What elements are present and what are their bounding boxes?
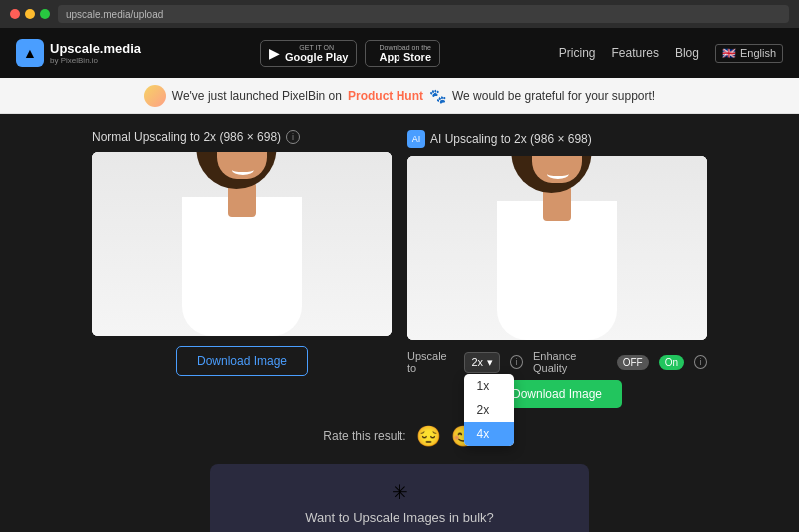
normal-upscale-panel: Normal Upscaling to 2x (986 × 698) i Dow… <box>92 130 392 408</box>
banner-avatar <box>144 85 166 107</box>
enhance-label: Enhance Quality <box>533 350 607 374</box>
chevron-down-icon: ▾ <box>487 356 493 369</box>
lang-text: English <box>740 47 776 59</box>
announcement-banner: We've just launched PixelBin on Product … <box>0 78 799 114</box>
upscale-info-icon[interactable]: i <box>510 355 523 369</box>
paw-icon: 🐾 <box>429 88 446 104</box>
upscale-value: 2x <box>471 356 483 368</box>
banner-text-prefix: We've just launched PixelBin on <box>172 89 342 103</box>
option-2x[interactable]: 2x <box>464 398 514 422</box>
normal-info-icon[interactable]: i <box>286 130 300 144</box>
normal-image-box <box>92 152 392 336</box>
toggle-off[interactable]: OFF <box>617 355 649 370</box>
ai-image <box>407 156 707 340</box>
google-play-small: GET IT ON <box>285 44 349 51</box>
minimize-dot[interactable] <box>25 9 35 19</box>
logo-sub: by PixelBin.io <box>50 56 141 65</box>
logo-text-area: Upscale.media by PixelBin.io <box>50 41 141 65</box>
cta-title: Want to Upscale Images in bulk? <box>230 510 569 525</box>
product-hunt-link[interactable]: Product Hunt <box>348 89 423 103</box>
google-play-button[interactable]: ▶ GET IT ON Google Play <box>260 40 358 67</box>
flag-icon: 🇬🇧 <box>722 47 736 60</box>
blog-link[interactable]: Blog <box>675 46 699 60</box>
logo-area[interactable]: ▲ Upscale.media by PixelBin.io <box>16 39 141 67</box>
ai-upscale-panel: AI AI Upscaling to 2x (986 × 698) Upscal… <box>407 130 707 408</box>
rating-row: Rate this result: 😔 😊 <box>16 424 783 448</box>
cta-icon: ✳ <box>230 480 569 504</box>
banner-text-suffix: We would be grateful for your support! <box>452 89 655 103</box>
language-selector[interactable]: 🇬🇧 English <box>715 44 783 63</box>
normal-download-area: Download Image <box>92 346 392 376</box>
normal-image <box>92 152 392 336</box>
logo-main: Upscale.media <box>50 41 141 56</box>
window-controls <box>10 9 50 19</box>
upscale-label: Upscale to <box>407 350 454 374</box>
nav-right: Pricing Features Blog 🇬🇧 English <box>559 44 783 63</box>
close-dot[interactable] <box>10 9 20 19</box>
app-store-small: Download on the <box>379 44 431 51</box>
cta-banner: ✳ Want to Upscale Images in bulk? Get Ea… <box>210 464 589 532</box>
option-4x[interactable]: 4x <box>464 422 514 446</box>
comparison-area: Normal Upscaling to 2x (986 × 698) i Dow… <box>16 130 783 408</box>
logo-icon: ▲ <box>16 39 44 67</box>
maximize-dot[interactable] <box>40 9 50 19</box>
pricing-link[interactable]: Pricing <box>559 46 596 60</box>
main-content: Normal Upscaling to 2x (986 × 698) i Dow… <box>0 114 799 532</box>
app-store-name: App Store <box>379 51 431 63</box>
ai-download-area: Download Image <box>407 380 707 408</box>
upscale-select-wrapper: 2x ▾ 1x 2x 4x <box>464 352 500 373</box>
upscale-select[interactable]: 2x ▾ <box>464 352 500 373</box>
nav-center: ▶ GET IT ON Google Play Download on the … <box>260 40 440 67</box>
url-text: upscale.media/upload <box>66 9 163 20</box>
enhance-info-icon[interactable]: i <box>694 355 707 369</box>
app-store-button[interactable]: Download on the App Store <box>365 40 440 67</box>
normal-download-button[interactable]: Download Image <box>176 346 308 376</box>
google-play-name: Google Play <box>285 51 349 63</box>
ai-panel-title: AI AI Upscaling to 2x (986 × 698) <box>407 130 707 148</box>
url-bar[interactable]: upscale.media/upload <box>58 5 789 23</box>
google-play-icon: ▶ <box>269 45 280 61</box>
browser-bar: upscale.media/upload <box>0 0 799 28</box>
rating-label: Rate this result: <box>323 429 405 443</box>
normal-panel-title: Normal Upscaling to 2x (986 × 698) i <box>92 130 392 144</box>
features-link[interactable]: Features <box>612 46 659 60</box>
option-1x[interactable]: 1x <box>464 374 514 398</box>
navbar: ▲ Upscale.media by PixelBin.io ▶ GET IT … <box>0 28 799 78</box>
upscale-dropdown: 1x 2x 4x <box>464 374 514 446</box>
normal-panel-label: Normal Upscaling to 2x (986 × 698) <box>92 130 281 144</box>
ai-icon: AI <box>407 130 425 148</box>
ai-panel-label: AI Upscaling to 2x (986 × 698) <box>430 132 592 146</box>
toggle-on[interactable]: On <box>659 355 684 370</box>
ai-image-box <box>407 156 707 340</box>
ai-controls: Upscale to 2x ▾ 1x 2x 4x i Enhance Quali… <box>407 350 707 374</box>
sad-emoji[interactable]: 😔 <box>416 424 441 448</box>
